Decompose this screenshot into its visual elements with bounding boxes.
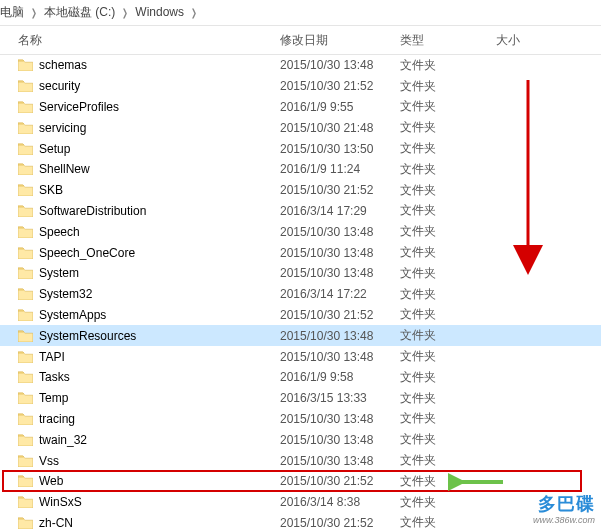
breadcrumb[interactable]: 电脑 ❯ 本地磁盘 (C:) ❯ Windows ❯ bbox=[0, 0, 601, 26]
file-date: 2015/10/30 13:48 bbox=[280, 266, 400, 280]
table-row[interactable]: Temp 2016/3/15 13:33 文件夹 bbox=[0, 388, 601, 409]
table-row[interactable]: ServiceProfiles 2016/1/9 9:55 文件夹 bbox=[0, 97, 601, 118]
file-type: 文件夹 bbox=[400, 182, 496, 199]
folder-icon bbox=[18, 288, 33, 300]
folder-icon bbox=[18, 247, 33, 259]
table-row[interactable]: servicing 2015/10/30 21:48 文件夹 bbox=[0, 117, 601, 138]
breadcrumb-part[interactable]: 电脑 bbox=[0, 4, 24, 21]
file-type: 文件夹 bbox=[400, 452, 496, 469]
file-date: 2015/10/30 13:48 bbox=[280, 412, 400, 426]
file-type: 文件夹 bbox=[400, 348, 496, 365]
file-date: 2015/10/30 13:48 bbox=[280, 329, 400, 343]
folder-icon bbox=[18, 496, 33, 508]
file-name: SoftwareDistribution bbox=[39, 204, 146, 218]
table-row[interactable]: tracing 2015/10/30 13:48 文件夹 bbox=[0, 409, 601, 430]
folder-icon bbox=[18, 143, 33, 155]
header-size[interactable]: 大小 bbox=[496, 32, 601, 49]
file-type: 文件夹 bbox=[400, 244, 496, 261]
table-row[interactable]: SystemApps 2015/10/30 21:52 文件夹 bbox=[0, 305, 601, 326]
table-row[interactable]: SoftwareDistribution 2016/3/14 17:29 文件夹 bbox=[0, 201, 601, 222]
file-type: 文件夹 bbox=[400, 57, 496, 74]
file-type: 文件夹 bbox=[400, 390, 496, 407]
file-name: TAPI bbox=[39, 350, 65, 364]
file-name: servicing bbox=[39, 121, 86, 135]
file-name: schemas bbox=[39, 58, 87, 72]
table-row[interactable]: TAPI 2015/10/30 13:48 文件夹 bbox=[0, 346, 601, 367]
folder-icon bbox=[18, 122, 33, 134]
file-type: 文件夹 bbox=[400, 119, 496, 136]
file-type: 文件夹 bbox=[400, 286, 496, 303]
file-type: 文件夹 bbox=[400, 78, 496, 95]
file-date: 2016/1/9 9:55 bbox=[280, 100, 400, 114]
file-type: 文件夹 bbox=[400, 369, 496, 386]
folder-icon bbox=[18, 59, 33, 71]
file-date: 2016/1/9 11:24 bbox=[280, 162, 400, 176]
table-row[interactable]: Tasks 2016/1/9 9:58 文件夹 bbox=[0, 367, 601, 388]
folder-icon bbox=[18, 205, 33, 217]
table-row[interactable]: SKB 2015/10/30 21:52 文件夹 bbox=[0, 180, 601, 201]
file-name: System32 bbox=[39, 287, 92, 301]
file-name: tracing bbox=[39, 412, 75, 426]
table-row[interactable]: security 2015/10/30 21:52 文件夹 bbox=[0, 76, 601, 97]
file-type: 文件夹 bbox=[400, 473, 496, 490]
file-name: System bbox=[39, 266, 79, 280]
file-name: security bbox=[39, 79, 80, 93]
folder-icon bbox=[18, 80, 33, 92]
folder-icon bbox=[18, 413, 33, 425]
file-name: SystemResources bbox=[39, 329, 136, 343]
table-row[interactable]: System32 2016/3/14 17:22 文件夹 bbox=[0, 284, 601, 305]
file-date: 2015/10/30 21:52 bbox=[280, 516, 400, 530]
folder-icon bbox=[18, 475, 33, 487]
header-date[interactable]: 修改日期 bbox=[280, 32, 400, 49]
file-name: ShellNew bbox=[39, 162, 90, 176]
table-row[interactable]: twain_32 2015/10/30 13:48 文件夹 bbox=[0, 429, 601, 450]
file-type: 文件夹 bbox=[400, 140, 496, 157]
folder-icon bbox=[18, 434, 33, 446]
folder-icon bbox=[18, 455, 33, 467]
header-type[interactable]: 类型 bbox=[400, 32, 496, 49]
folder-icon bbox=[18, 371, 33, 383]
table-row[interactable]: ShellNew 2016/1/9 11:24 文件夹 bbox=[0, 159, 601, 180]
table-row[interactable]: Setup 2015/10/30 13:50 文件夹 bbox=[0, 138, 601, 159]
table-row[interactable]: SystemResources 2015/10/30 13:48 文件夹 bbox=[0, 325, 601, 346]
file-type: 文件夹 bbox=[400, 410, 496, 427]
breadcrumb-part[interactable]: 本地磁盘 (C:) bbox=[44, 4, 115, 21]
file-date: 2016/3/14 17:22 bbox=[280, 287, 400, 301]
file-date: 2015/10/30 21:52 bbox=[280, 79, 400, 93]
file-date: 2016/3/14 17:29 bbox=[280, 204, 400, 218]
table-row[interactable]: Speech 2015/10/30 13:48 文件夹 bbox=[0, 221, 601, 242]
file-date: 2016/3/15 13:33 bbox=[280, 391, 400, 405]
file-type: 文件夹 bbox=[400, 514, 496, 531]
folder-icon bbox=[18, 101, 33, 113]
table-row[interactable]: Web 2015/10/30 21:52 文件夹 bbox=[0, 471, 601, 492]
file-date: 2015/10/30 13:48 bbox=[280, 454, 400, 468]
file-date: 2015/10/30 13:48 bbox=[280, 433, 400, 447]
table-row[interactable]: zh-CN 2015/10/30 21:52 文件夹 bbox=[0, 513, 601, 532]
breadcrumb-part[interactable]: Windows bbox=[135, 5, 184, 19]
table-row[interactable]: System 2015/10/30 13:48 文件夹 bbox=[0, 263, 601, 284]
file-date: 2015/10/30 21:52 bbox=[280, 183, 400, 197]
folder-icon bbox=[18, 184, 33, 196]
folder-icon bbox=[18, 330, 33, 342]
file-type: 文件夹 bbox=[400, 202, 496, 219]
chevron-right-icon: ❯ bbox=[123, 7, 129, 18]
file-name: Web bbox=[39, 474, 63, 488]
file-type: 文件夹 bbox=[400, 494, 496, 511]
table-row[interactable]: schemas 2015/10/30 13:48 文件夹 bbox=[0, 55, 601, 76]
table-row[interactable]: Speech_OneCore 2015/10/30 13:48 文件夹 bbox=[0, 242, 601, 263]
folder-icon bbox=[18, 163, 33, 175]
file-name: Temp bbox=[39, 391, 68, 405]
folder-icon bbox=[18, 267, 33, 279]
file-date: 2016/1/9 9:58 bbox=[280, 370, 400, 384]
table-row[interactable]: WinSxS 2016/3/14 8:38 文件夹 bbox=[0, 492, 601, 513]
file-name: Setup bbox=[39, 142, 70, 156]
file-name: SKB bbox=[39, 183, 63, 197]
folder-icon bbox=[18, 517, 33, 529]
header-name[interactable]: 名称 bbox=[0, 32, 280, 49]
file-name: Speech_OneCore bbox=[39, 246, 135, 260]
folder-icon bbox=[18, 351, 33, 363]
file-name: SystemApps bbox=[39, 308, 106, 322]
file-name: zh-CN bbox=[39, 516, 73, 530]
table-row[interactable]: Vss 2015/10/30 13:48 文件夹 bbox=[0, 450, 601, 471]
file-list: schemas 2015/10/30 13:48 文件夹 security 20… bbox=[0, 55, 601, 532]
